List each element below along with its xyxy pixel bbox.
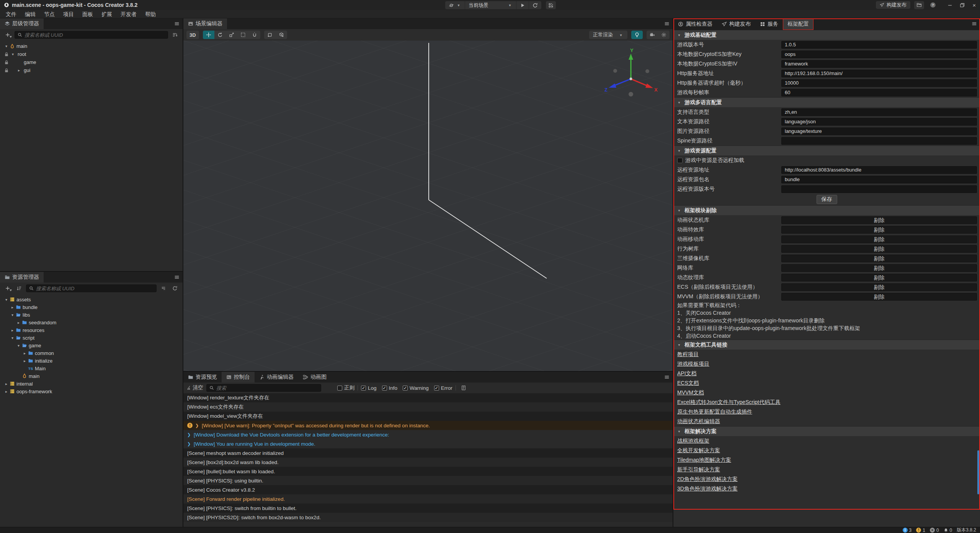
axis-gizmo[interactable]: Y X Z: [602, 47, 660, 105]
maximize-button[interactable]: [959, 2, 965, 8]
asset-node-bundle[interactable]: ▸bundle: [0, 303, 183, 311]
field-input[interactable]: framework: [781, 60, 977, 68]
sort-assets-button[interactable]: [15, 284, 24, 292]
chevron-icon[interactable]: ▾: [16, 343, 21, 348]
chevron-icon[interactable]: ▸: [10, 305, 15, 309]
chevron-icon[interactable]: ▸: [4, 389, 9, 394]
asset-node-game[interactable]: ▾game: [0, 342, 183, 349]
expand-chevron-icon[interactable]: ❯: [187, 432, 191, 437]
doc-link[interactable]: 全栈开发解决方案: [677, 447, 720, 454]
scrollbar-thumb[interactable]: [977, 450, 979, 494]
expand-chevron-icon[interactable]: ❯: [195, 423, 199, 428]
menu-item-2[interactable]: 节点: [40, 10, 59, 18]
move-tool-button[interactable]: [203, 31, 214, 39]
render-mode-select[interactable]: 正常渲染 ▾: [589, 31, 627, 39]
log-row[interactable]: [Window] model_view文件夹存在: [183, 412, 673, 421]
remove-module-button[interactable]: 剔除: [781, 255, 977, 262]
section-header[interactable]: ▾游戏多语言配置: [673, 97, 980, 107]
doc-link[interactable]: 战棋游戏框架: [677, 438, 709, 445]
save-button[interactable]: 保存: [817, 195, 837, 204]
scene-viewport[interactable]: Y X Z: [183, 41, 673, 371]
menu-item-7[interactable]: 帮助: [141, 10, 160, 18]
doc-link[interactable]: 动画状态机编辑器: [677, 418, 720, 425]
remove-module-button[interactable]: 剔除: [781, 264, 977, 272]
console-search-input[interactable]: [216, 385, 318, 391]
panel-menu-icon[interactable]: [174, 21, 180, 26]
remove-module-button[interactable]: 剔除: [781, 216, 977, 224]
doc-link[interactable]: 原生包热更新配置自动生成插件: [677, 409, 752, 415]
chevron-icon[interactable]: ▾: [4, 44, 9, 48]
chevron-icon[interactable]: ▸: [10, 328, 15, 332]
asset-node-internal[interactable]: ▸internal: [0, 380, 183, 387]
regex-toggle[interactable]: 正则: [337, 384, 354, 391]
tab-服务[interactable]: 服务: [755, 18, 783, 30]
field-input[interactable]: [781, 137, 977, 145]
open-project-folder-button[interactable]: [914, 1, 924, 9]
reload-button[interactable]: [529, 1, 541, 9]
chevron-icon[interactable]: ▸: [22, 351, 28, 355]
asset-node-oops-framework[interactable]: ▸oops-framework: [0, 387, 183, 395]
doc-link[interactable]: 2D角色扮演游戏解决方案: [677, 476, 738, 483]
log-row[interactable]: !❯[Window] [Vue warn]: Property "onInput…: [183, 421, 673, 430]
chevron-icon[interactable]: ▾: [10, 313, 15, 317]
menu-item-6[interactable]: 开发者: [116, 10, 141, 18]
add-asset-button[interactable]: [3, 284, 12, 292]
doc-link[interactable]: MVVM文档: [677, 389, 704, 396]
asset-node-initialize[interactable]: ▸initialize: [0, 357, 183, 365]
menu-item-4[interactable]: 面板: [78, 10, 97, 18]
rotate-tool-button[interactable]: [214, 31, 226, 39]
warning-counter[interactable]: ! 1: [916, 528, 925, 533]
preview-qr-button[interactable]: [546, 1, 556, 9]
tab-scene-editor[interactable]: 场景编辑器: [183, 18, 227, 29]
remove-module-button[interactable]: 剔除: [781, 235, 977, 243]
tree-node-game[interactable]: game: [0, 58, 183, 66]
menu-item-3[interactable]: 项目: [59, 10, 78, 18]
add-node-button[interactable]: [3, 31, 12, 39]
hierarchy-filter-button[interactable]: [170, 31, 180, 39]
remote-load-checkbox[interactable]: [677, 158, 683, 163]
chevron-icon[interactable]: ▸: [4, 382, 9, 386]
remove-module-button[interactable]: 剔除: [781, 274, 977, 281]
regex-checkbox[interactable]: [337, 386, 342, 391]
chevron-icon[interactable]: ▸: [16, 320, 21, 325]
section-header[interactable]: ▾框架解决方案: [673, 426, 980, 436]
filter-log[interactable]: ✓Log: [361, 385, 377, 391]
lighting-toggle-button[interactable]: [631, 31, 643, 39]
section-header[interactable]: ▾框架模块剔除: [673, 205, 980, 215]
tab-框架配置[interactable]: 框架配置: [783, 18, 813, 30]
play-button[interactable]: [516, 1, 529, 9]
tab-资源预览[interactable]: 资源预览: [183, 372, 222, 383]
field-input[interactable]: language/json: [781, 118, 977, 126]
tab-动画编辑器[interactable]: 动画编辑器: [255, 372, 298, 383]
doc-link[interactable]: 3D角色扮演游戏解决方案: [677, 486, 738, 492]
rect-tool-button[interactable]: [237, 31, 249, 39]
log-row[interactable]: [Scene] meshopt wasm decoder initialized: [183, 448, 673, 458]
console-log-list[interactable]: [Window] render_texture文件夹存在[Window] ecs…: [183, 393, 673, 527]
log-row[interactable]: [Scene] [PHYSICS]: using builtin.: [183, 476, 673, 485]
notification-counter[interactable]: 0: [944, 528, 952, 533]
tree-node-main[interactable]: ▾main: [0, 42, 183, 50]
log-row[interactable]: [Scene] [bullet]:bullet wasm lib loaded.: [183, 467, 673, 476]
panel-menu-icon[interactable]: [174, 275, 180, 280]
tab-属性检查器[interactable]: 属性检查器: [673, 18, 717, 30]
asset-node-assets[interactable]: ▾assets: [0, 296, 183, 303]
assets-filter-button[interactable]: [159, 284, 168, 292]
asset-node-common[interactable]: ▸common: [0, 349, 183, 357]
tab-动画图[interactable]: 动画图: [298, 372, 331, 383]
asset-node-main[interactable]: main: [0, 372, 183, 380]
expand-chevron-icon[interactable]: ❯: [187, 441, 191, 446]
filter-info[interactable]: ✓Info: [382, 385, 398, 391]
asset-node-resources[interactable]: ▸resources: [0, 326, 183, 334]
remove-module-button[interactable]: 剔除: [781, 226, 977, 234]
asset-node-seedrandom[interactable]: ▸seedrandom: [0, 319, 183, 326]
close-button[interactable]: ×: [972, 2, 977, 8]
assets-search[interactable]: [26, 284, 157, 292]
refresh-assets-button[interactable]: [170, 284, 180, 292]
hierarchy-search[interactable]: [15, 31, 168, 39]
field-input[interactable]: 60: [781, 89, 977, 96]
doc-link[interactable]: ECS文档: [677, 380, 699, 387]
scene-camera-button[interactable]: [647, 31, 658, 39]
clear-console-button[interactable]: 清空: [186, 384, 203, 391]
log-row[interactable]: ❯[Window] You are running Vue in develop…: [183, 439, 673, 448]
log-row[interactable]: [Scene] [PHYSICS]: switch from builtin t…: [183, 504, 673, 513]
